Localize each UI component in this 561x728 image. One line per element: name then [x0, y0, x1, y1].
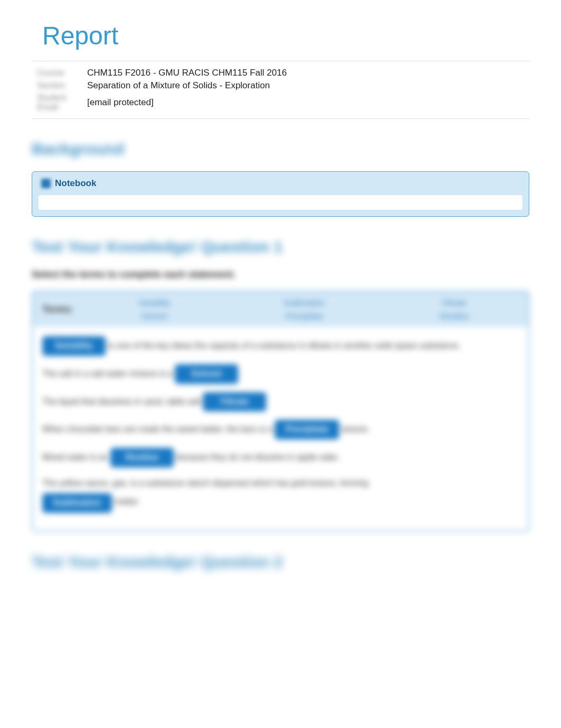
meta-value-section: Separation of a Mixture of Solids - Expl…: [87, 80, 270, 91]
meta-row-course: Course CHM115 F2016 - GMU RACIS CHM115 F…: [32, 67, 529, 79]
term-item[interactable]: Filtrate: [390, 298, 519, 307]
statement-row: Mixed water is an Residue because they d…: [42, 448, 519, 467]
question1-heading: Test Your Knowledge! Question 1: [32, 238, 529, 256]
stmt-text: When chocolate bars are made the sweet b…: [42, 425, 275, 434]
term-item[interactable]: Solvent: [90, 311, 219, 320]
meta-label: Section: [37, 81, 87, 90]
term-item[interactable]: Residue: [390, 311, 519, 320]
notebook-title: Notebook: [55, 178, 96, 189]
answer-blank[interactable]: Residue: [110, 448, 174, 467]
statement-row: The liquid that dissolves in sand, table…: [42, 392, 519, 412]
stmt-text: The salt in a salt water mixture is a: [42, 368, 175, 377]
term-item[interactable]: Sublimation: [240, 298, 369, 307]
stmt-text: matter.: [114, 496, 140, 505]
answer-panel: Terms: Solubility Sublimation Filtrate S…: [32, 291, 529, 532]
term-item[interactable]: Precipitate: [240, 311, 369, 320]
stmt-text: Mixed water is an: [42, 453, 110, 462]
answer-blank[interactable]: Precipitate: [275, 420, 339, 439]
statement-row: Solubility is one of the key ideas the c…: [42, 336, 519, 356]
question1-prompt: Select the terms to complete each statem…: [32, 269, 529, 280]
statement-row: The salt in a salt water mixture is a So…: [42, 364, 519, 384]
meta-value-email: [email protected]: [87, 97, 154, 108]
stmt-text: The yellow sauce, gas, is a substance st…: [42, 478, 368, 487]
question1-area: Select the terms to complete each statem…: [32, 269, 529, 532]
notebook-box: Notebook: [32, 171, 529, 217]
question2-heading: Test Your Knowledge! Question 2: [32, 553, 529, 571]
meta-row-email: Student Email [email protected]: [32, 92, 529, 113]
answer-blank[interactable]: Solubility: [42, 336, 106, 356]
stmt-text: is one of the key ideas the capacity of …: [108, 341, 460, 350]
statement-row: When chocolate bars are made the sweet b…: [42, 420, 519, 439]
meta-value-course: CHM115 F2016 - GMU RACIS CHM115 Fall 201…: [87, 68, 287, 78]
meta-label: Student Email: [37, 93, 87, 112]
meta-block: Course CHM115 F2016 - GMU RACIS CHM115 F…: [32, 61, 529, 119]
notebook-header: Notebook: [41, 178, 522, 189]
statement-row: The yellow sauce, gas, is a substance st…: [42, 476, 519, 513]
stmt-text: because they do not dissolve in apple sa…: [176, 453, 340, 462]
stmt-text: texture.: [342, 425, 370, 434]
page-title: Report: [32, 21, 529, 50]
notebook-icon: [41, 179, 51, 188]
notebook-content[interactable]: [39, 195, 522, 210]
terms-label: Terms:: [42, 304, 79, 315]
answer-blank[interactable]: Solvent: [175, 364, 238, 384]
answer-blank[interactable]: Filtrate: [203, 392, 266, 412]
term-item[interactable]: Solubility: [90, 298, 219, 307]
terms-section: Terms: Solubility Sublimation Filtrate S…: [33, 292, 528, 327]
answer-blank[interactable]: Sublimation: [42, 493, 112, 513]
background-heading: Background: [32, 140, 529, 158]
stmt-text: The liquid that dissolves in sand, table…: [42, 397, 203, 406]
statements: Solubility is one of the key ideas the c…: [33, 327, 528, 531]
meta-row-section: Section Separation of a Mixture of Solid…: [32, 79, 529, 92]
meta-label: Course: [37, 68, 87, 78]
terms-grid: Solubility Sublimation Filtrate Solvent …: [90, 298, 519, 320]
